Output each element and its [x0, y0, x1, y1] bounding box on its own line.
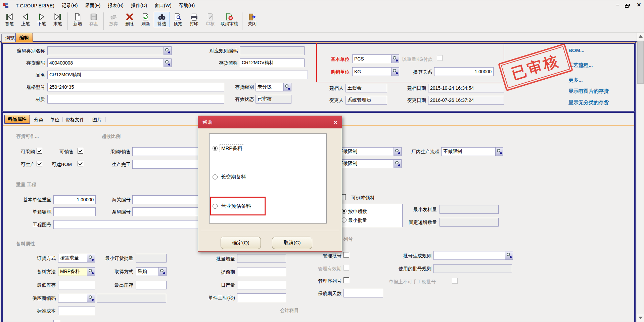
material-field[interactable]: [47, 95, 224, 104]
print-button[interactable]: 打印: [186, 12, 202, 27]
manage-batch-checkbox[interactable]: [343, 252, 349, 258]
link-show-unclassified[interactable]: 显示无分类的存货: [568, 99, 609, 106]
purchasable-checkbox[interactable]: [37, 148, 42, 154]
lookup-icon[interactable]: [87, 254, 95, 262]
acquire-mode-field[interactable]: 采购: [136, 267, 167, 276]
ok-button[interactable]: 确定(Q): [221, 237, 261, 249]
link-bom[interactable]: BOM...: [568, 47, 585, 53]
subtab-unit[interactable]: 单位: [50, 117, 59, 123]
menu-help[interactable]: 帮助(H): [175, 3, 198, 9]
item-code-field[interactable]: 400400008: [47, 58, 172, 67]
lookup-icon[interactable]: [505, 251, 513, 259]
daily-output-label: 日产量: [209, 282, 235, 288]
prep-method-field[interactable]: MRP备料: [58, 267, 95, 276]
drawing-no-field[interactable]: [53, 220, 208, 229]
mrp-option-label[interactable]: MRP备料: [220, 145, 244, 152]
filter-button[interactable]: 筛选: [154, 12, 170, 27]
lookup-icon[interactable]: [495, 148, 503, 156]
by-request-radio[interactable]: [341, 209, 347, 214]
menu-report[interactable]: 报表(B): [104, 3, 127, 9]
lookup-icon[interactable]: [158, 268, 166, 276]
new-button[interactable]: 新增: [70, 12, 86, 27]
eraser-icon: [109, 12, 118, 21]
producible-checkbox[interactable]: [37, 161, 42, 166]
lookup-icon[interactable]: [394, 148, 401, 156]
shelf-life-field[interactable]: [343, 289, 383, 297]
dialog-close-icon[interactable]: ×: [333, 119, 337, 126]
subtab-image[interactable]: 图片: [92, 117, 102, 123]
batch-rule-field[interactable]: [433, 251, 513, 260]
item-name-field[interactable]: CR12MOV精料: [47, 71, 308, 79]
code-category-field[interactable]: [47, 46, 172, 55]
menu-record[interactable]: 记录(R): [58, 3, 81, 9]
max-stock-field[interactable]: [136, 281, 167, 289]
lookup-icon[interactable]: [87, 268, 95, 276]
menu-operation[interactable]: 操作(O): [127, 3, 151, 9]
min-stock-field[interactable]: [58, 281, 95, 289]
delete-button[interactable]: 删除: [122, 12, 138, 27]
last-record-button[interactable]: 末笔: [50, 12, 66, 27]
manage-serial-checkbox[interactable]: [343, 277, 349, 283]
unit-hours-field[interactable]: [237, 293, 286, 302]
restrict-field-2[interactable]: 不做限制: [336, 159, 402, 168]
order-mode-field[interactable]: 按需求量: [58, 254, 95, 263]
shelf-life-label: 保质期天数: [311, 290, 341, 296]
vertical-scrollbar[interactable]: [637, 33, 644, 322]
menu-window[interactable]: 窗口(W): [151, 3, 175, 9]
base-weight-field[interactable]: 1.00000: [53, 195, 96, 204]
scrollbar-thumb[interactable]: [637, 41, 644, 84]
next-record-button[interactable]: 下笔: [34, 12, 50, 27]
restrict-field-1[interactable]: 不做限制: [336, 147, 402, 156]
subtab-category[interactable]: 分类: [34, 117, 43, 123]
bom-able-checkbox[interactable]: [78, 161, 83, 166]
lookup-icon[interactable]: [283, 83, 291, 91]
lookup-icon[interactable]: [164, 59, 171, 67]
toolbar-label: 上笔: [21, 21, 30, 27]
supplier-code-field[interactable]: [58, 294, 95, 303]
minimize-button[interactable]: –: [616, 2, 619, 8]
min-batch-radio[interactable]: [341, 217, 347, 223]
long-lead-option-radio[interactable]: [213, 174, 218, 179]
prod-finish-ratio-field[interactable]: [132, 160, 208, 169]
link-more[interactable]: 更多...: [568, 77, 583, 83]
tab-edit[interactable]: 编辑: [15, 33, 33, 42]
chevron-down-icon: [639, 317, 643, 319]
prev-record-button[interactable]: 上笔: [17, 12, 34, 27]
menu-app[interactable]: T-GROUP ERP(E): [12, 3, 58, 8]
customs-code-field[interactable]: [132, 195, 208, 204]
long-lead-option-label[interactable]: 长交期备料: [221, 174, 246, 180]
cancel-button[interactable]: 取消(C): [272, 237, 312, 249]
toolbar-label: 存盘: [89, 21, 98, 27]
lookup-icon[interactable]: [394, 160, 401, 168]
close-form-button[interactable]: 关闭: [244, 12, 260, 27]
item-abbr-field[interactable]: CR12MOV精料: [240, 58, 305, 67]
item-name-value: CR12MOV精料: [49, 72, 82, 78]
spec-label: 规格型号: [6, 84, 45, 90]
daily-output-field[interactable]: [237, 281, 286, 289]
sellable-checkbox[interactable]: [78, 148, 83, 154]
preview-button[interactable]: 预览: [170, 12, 186, 27]
barcode-field[interactable]: [132, 207, 208, 216]
scroll-up-button[interactable]: [637, 33, 644, 40]
restore-button[interactable]: [625, 4, 630, 8]
level-field[interactable]: 未分级: [256, 83, 291, 91]
help-dialog-titlebar[interactable]: 帮助 ×: [198, 116, 342, 128]
lead-time-field[interactable]: [237, 268, 286, 276]
std-cost-field[interactable]: [58, 307, 95, 315]
box-volume-field[interactable]: [53, 207, 96, 216]
subtab-qualification[interactable]: 资格文件: [65, 117, 84, 123]
subtab-item-attr[interactable]: 料品属性: [4, 115, 30, 124]
refresh-button[interactable]: 刷新: [138, 12, 154, 27]
purchase-sale-ratio-field[interactable]: [132, 147, 208, 156]
first-record-button[interactable]: 首笔: [1, 12, 17, 27]
scroll-down-button[interactable]: [637, 314, 644, 322]
menu-interface[interactable]: 界面(F): [81, 3, 104, 9]
cancel-audit-button[interactable]: 取消审核: [218, 12, 240, 27]
factory-flow-field[interactable]: 不做限制: [441, 147, 503, 156]
spec-field[interactable]: 250*240*35: [47, 83, 224, 91]
lookup-icon[interactable]: [87, 294, 95, 302]
close-window-button[interactable]: ×: [637, 1, 641, 9]
link-show-with-image[interactable]: 显示有图片的存货: [568, 88, 609, 94]
mrp-option-radio[interactable]: [213, 146, 218, 151]
lookup-icon[interactable]: [164, 47, 171, 55]
